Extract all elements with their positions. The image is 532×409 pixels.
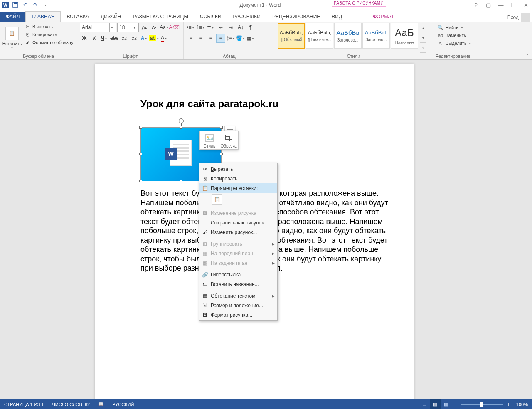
align-center-button[interactable]: ≡ [196, 34, 205, 43]
ctx-format-picture[interactable]: 🖼Формат рисунка... [199, 310, 277, 320]
ctx-save-as-picture[interactable]: Сохранить как рисунок... [199, 218, 277, 227]
close-icon[interactable]: ✕ [520, 0, 532, 10]
text-effects-button[interactable]: A▼ [140, 34, 149, 43]
bullets-button[interactable]: •≡▼ [186, 23, 195, 32]
tab-insert[interactable]: ВСТАВКА [61, 12, 95, 22]
ribbon-display-icon[interactable]: ▢ [482, 0, 495, 10]
chevron-down-icon[interactable]: ▼ [109, 23, 114, 32]
mini-style-button[interactable]: Стиль [200, 131, 219, 149]
change-case-button[interactable]: Aa▼ [160, 23, 169, 32]
ctx-size-position[interactable]: ⇲Размер и положение... [199, 301, 277, 310]
style-heading2[interactable]: АаБбВвГЗаголово... [362, 23, 390, 49]
shrink-font-button[interactable]: A▾ [150, 23, 159, 32]
format-painter-button[interactable]: 🖌Формат по образцу [23, 39, 74, 46]
align-left-button[interactable]: ≡ [186, 34, 195, 43]
resize-handle[interactable] [139, 153, 142, 155]
collapse-ribbon-icon[interactable]: ˄ [524, 52, 530, 59]
tab-file[interactable]: ФАЙЛ [0, 12, 25, 22]
restore-icon[interactable]: ❐ [507, 0, 520, 10]
replace-button[interactable]: abЗаменить [436, 32, 473, 39]
resize-handle[interactable] [220, 126, 223, 129]
zoom-level[interactable]: 100% [512, 402, 532, 407]
zoom-in-button[interactable]: + [505, 401, 512, 407]
ctx-edit-picture[interactable]: 🖌Изменить рисунок... [199, 227, 277, 237]
tab-home[interactable]: ГЛАВНАЯ [25, 11, 61, 22]
zoom-out-button[interactable]: − [451, 401, 458, 407]
undo-icon[interactable]: ↶ [21, 0, 30, 10]
minimize-icon[interactable]: — [495, 0, 507, 10]
sign-in[interactable]: Вход [507, 13, 532, 22]
ctx-copy[interactable]: ⎘Копировать [199, 174, 277, 183]
qat-customize-icon[interactable]: ▾ [41, 0, 50, 10]
status-page[interactable]: СТРАНИЦА 1 ИЗ 1 [0, 399, 48, 409]
font-name-combo[interactable]: Arial▼ [80, 23, 116, 32]
copy-button[interactable]: ⎘Копировать [23, 31, 74, 38]
svg-rect-3 [14, 2, 17, 4]
tab-design[interactable]: ДИЗАЙН [95, 12, 127, 22]
tab-page-layout[interactable]: РАЗМЕТКА СТРАНИЦЫ [127, 12, 195, 22]
numbering-button[interactable]: 1≡▼ [196, 23, 205, 32]
resize-handle[interactable] [180, 126, 182, 129]
chevron-down-icon[interactable]: ▼ [132, 23, 137, 32]
select-button[interactable]: ↖Выделить▼ [436, 39, 473, 47]
strike-button[interactable]: abc [110, 34, 119, 43]
italic-button[interactable]: К [90, 34, 99, 43]
multilevel-button[interactable]: ≣▼ [206, 23, 215, 32]
tab-format[interactable]: ФОРМАТ [367, 12, 400, 22]
superscript-button[interactable]: x2 [130, 34, 139, 43]
tab-references[interactable]: ССЫЛКИ [194, 12, 227, 22]
zoom-thumb[interactable] [480, 402, 483, 407]
font-size-combo[interactable]: 18▼ [117, 23, 139, 32]
resize-handle[interactable] [220, 153, 223, 155]
show-marks-button[interactable]: ¶ [246, 23, 255, 32]
style-title[interactable]: АаБНазвание [391, 23, 418, 49]
tab-review[interactable]: РЕЦЕНЗИРОВАНИЕ [266, 12, 326, 22]
help-icon[interactable]: ? [470, 0, 482, 10]
redo-icon[interactable]: ↷ [31, 0, 40, 10]
ctx-wrap-text[interactable]: ▤Обтекание текстом▶ [199, 291, 277, 301]
rotate-handle[interactable] [179, 118, 184, 123]
view-read-icon[interactable]: ▭ [419, 399, 430, 409]
underline-button[interactable]: Ч▼ [100, 34, 109, 43]
ctx-cut[interactable]: ✂Вырезать [199, 164, 277, 174]
cut-button[interactable]: ✂Вырезать [23, 23, 74, 30]
status-proofing-icon[interactable]: 📖 [94, 399, 108, 409]
word-icon[interactable]: W [1, 0, 10, 10]
align-right-button[interactable]: ≡ [206, 34, 215, 43]
style-normal[interactable]: АаБбВвГг,¶ Обычный [278, 23, 305, 49]
resize-handle[interactable] [139, 180, 142, 182]
decrease-indent-button[interactable]: ⇤ [216, 23, 225, 32]
highlight-button[interactable]: ab▼ [150, 34, 159, 43]
font-color-button[interactable]: A▼ [160, 34, 169, 43]
subscript-button[interactable]: x2 [120, 34, 129, 43]
wrap-text-icon: ▤ [202, 293, 208, 299]
view-web-icon[interactable]: ▦ [441, 399, 451, 409]
shading-button[interactable]: 🪣▼ [236, 34, 245, 43]
find-button[interactable]: 🔍Найти▼ [436, 24, 473, 31]
status-language[interactable]: РУССКИЙ [108, 399, 138, 409]
clear-format-button[interactable]: A⌫ [170, 23, 179, 32]
borders-button[interactable]: ▦▼ [246, 34, 255, 43]
bold-button[interactable]: Ж [80, 34, 89, 43]
justify-button[interactable]: ≡ [216, 34, 225, 43]
tab-mailings[interactable]: РАССЫЛКИ [227, 12, 266, 22]
grow-font-button[interactable]: A▴ [140, 23, 149, 32]
status-word-count[interactable]: ЧИСЛО СЛОВ: 82 [48, 399, 94, 409]
line-spacing-button[interactable]: ‡≡▼ [226, 34, 235, 43]
save-icon[interactable] [11, 0, 20, 10]
tab-view[interactable]: ВИД [326, 12, 348, 22]
ctx-insert-caption[interactable]: 🏷Вставить название... [199, 279, 277, 289]
paste-option-picture[interactable]: 📋 [212, 194, 222, 205]
increase-indent-button[interactable]: ⇥ [226, 23, 235, 32]
paste-button[interactable]: 📋 Вставить ▼ [2, 23, 22, 53]
sort-button[interactable]: A↓ [236, 23, 245, 32]
resize-handle[interactable] [180, 180, 182, 182]
view-print-icon[interactable]: ▤ [430, 399, 441, 409]
style-no-spacing[interactable]: АаБбВвГг,¶ Без инте... [306, 23, 333, 49]
zoom-slider[interactable] [461, 404, 503, 405]
resize-handle[interactable] [139, 126, 142, 129]
ctx-hyperlink[interactable]: 🔗Гиперссылка... [199, 270, 277, 279]
styles-gallery-more[interactable]: ▴▾▿ [420, 23, 426, 53]
style-heading1[interactable]: АаБбВвЗаголово... [334, 23, 362, 49]
mini-crop-button[interactable]: Обрезка [219, 131, 238, 149]
